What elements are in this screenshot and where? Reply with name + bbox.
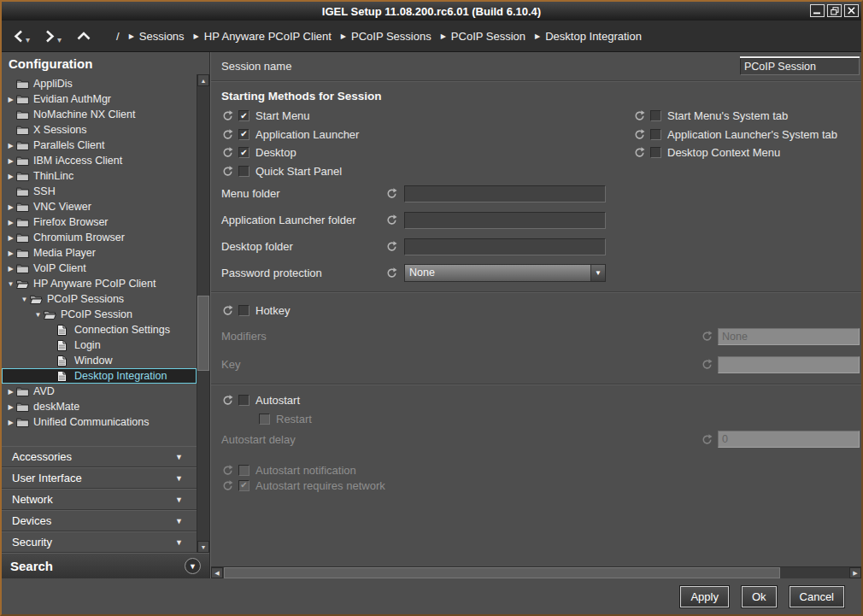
quick-start-panel-checkbox[interactable] (238, 166, 250, 177)
scroll-up-button[interactable]: ▲ (197, 74, 209, 86)
close-button[interactable] (844, 4, 859, 17)
tree-expand-arrow-icon[interactable]: ▶ (5, 96, 16, 103)
reset-parameter-icon[interactable] (385, 241, 397, 253)
sidebar-section-security[interactable]: Security▼ (2, 531, 197, 553)
tree-item-nomachine-nx-client[interactable]: NoMachine NX Client (2, 107, 197, 122)
sidebar-section-network[interactable]: Network▼ (2, 489, 197, 510)
tree-item-pcoip-session[interactable]: ▼PCoIP Session (2, 307, 197, 322)
reset-parameter-icon[interactable] (221, 304, 233, 316)
tree-expand-arrow-icon[interactable]: ▶ (5, 142, 16, 150)
tree-item-login[interactable]: Login (2, 337, 197, 353)
up-button[interactable] (77, 32, 91, 40)
cancel-button[interactable]: Cancel (790, 586, 844, 607)
reset-parameter-icon[interactable] (221, 394, 233, 406)
hotkey-checkbox[interactable] (238, 305, 250, 316)
start-menu-s-system-tab-checkbox[interactable] (650, 110, 661, 121)
tree-expand-arrow-icon[interactable]: ▶ (5, 388, 16, 396)
breadcrumb-item-desktop-integration[interactable]: Desktop Integration (545, 30, 642, 43)
horizontal-scrollbar[interactable]: ◀ ▶ (211, 566, 861, 578)
application-launcher-s-system-tab-checkbox[interactable] (650, 129, 661, 140)
tree-item-window[interactable]: Window (2, 353, 197, 368)
tree-expand-arrow-icon[interactable]: ▶ (5, 203, 16, 211)
sidebar-section-user-interface[interactable]: User Interface▼ (2, 467, 197, 489)
reset-parameter-icon[interactable] (221, 147, 233, 159)
tree-expand-arrow-icon[interactable]: ▶ (5, 419, 16, 426)
tree-item-chromium-browser[interactable]: ▶Chromium Browser (2, 230, 197, 245)
reset-parameter-icon[interactable] (633, 128, 645, 140)
tree-expand-arrow-icon[interactable]: ▶ (5, 249, 16, 257)
sidebar-scrollbar[interactable]: ▲ ▼ (197, 74, 209, 553)
forward-button[interactable] (45, 30, 55, 43)
tree-expand-arrow-icon[interactable]: ▶ (5, 157, 16, 165)
tree-item-voip-client[interactable]: ▶VoIP Client (2, 261, 197, 276)
tree-item-firefox-browser[interactable]: ▶Firefox Browser (2, 214, 197, 230)
tree-item-pcoip-sessions[interactable]: ▼PCoIP Sessions (2, 291, 197, 307)
start-menu-checkbox[interactable]: ✔ (238, 110, 250, 121)
tree-item-ssh[interactable]: SSH (2, 184, 197, 199)
maximize-button[interactable] (827, 4, 842, 17)
desktop-folder-input[interactable] (404, 238, 606, 255)
menu-folder-input[interactable] (404, 185, 606, 202)
reset-parameter-icon[interactable] (221, 479, 233, 491)
reset-parameter-icon[interactable] (633, 147, 645, 159)
tree-item-ibm-iaccess-client[interactable]: ▶IBM iAccess Client (2, 153, 197, 168)
modifiers-input[interactable] (718, 328, 860, 345)
scroll-left-button[interactable]: ◀ (211, 567, 223, 578)
tree-item-vnc-viewer[interactable]: ▶VNC Viewer (2, 199, 197, 214)
scrollbar-track[interactable] (223, 567, 849, 578)
breadcrumb-item-sessions[interactable]: Sessions (139, 30, 185, 43)
desktop-checkbox[interactable]: ✔ (238, 147, 250, 158)
tree-collapse-arrow-icon[interactable]: ▼ (19, 296, 30, 303)
reset-parameter-icon[interactable] (701, 433, 713, 445)
scrollbar-track[interactable] (197, 86, 209, 541)
sidebar-section-devices[interactable]: Devices▼ (2, 510, 197, 531)
tree-item-x-sessions[interactable]: X Sessions (2, 122, 197, 138)
tree-item-unified-communications[interactable]: ▶Unified Communications (2, 414, 197, 430)
tree-item-connection-settings[interactable]: Connection Settings (2, 322, 197, 337)
tree-collapse-arrow-icon[interactable]: ▼ (32, 311, 44, 319)
breadcrumb-item-pcoip-sessions[interactable]: PCoIP Sessions (351, 30, 432, 43)
tree-item-deskmate[interactable]: ▶deskMate (2, 399, 197, 414)
apply-button[interactable]: Apply (680, 586, 729, 607)
scrollbar-thumb[interactable] (197, 296, 209, 371)
forward-history-dropdown-icon[interactable]: ▾ (57, 35, 62, 44)
application-launcher-checkbox[interactable]: ✔ (238, 129, 250, 140)
tree-expand-arrow-icon[interactable]: ▶ (5, 403, 16, 411)
tree-item-parallels-client[interactable]: ▶Parallels Client (2, 138, 197, 153)
reset-parameter-icon[interactable] (385, 267, 397, 279)
scrollbar-thumb[interactable] (224, 567, 780, 578)
tree-item-media-player[interactable]: ▶Media Player (2, 245, 197, 261)
breadcrumb-item-pcoip-session[interactable]: PCoIP Session (451, 30, 525, 43)
restart-checkbox[interactable] (259, 414, 270, 425)
tree-item-avd[interactable]: ▶AVD (2, 384, 197, 399)
sidebar-section-accessories[interactable]: Accessories▼ (2, 446, 197, 467)
tree-item-evidian-authmgr[interactable]: ▶Evidian AuthMgr (2, 91, 197, 107)
password-protection-dropdown[interactable]: None ▼ (404, 264, 606, 282)
reset-parameter-icon[interactable] (701, 359, 713, 371)
reset-parameter-icon[interactable] (221, 110, 233, 122)
tree-expand-arrow-icon[interactable]: ▶ (5, 265, 16, 273)
scroll-right-button[interactable]: ▶ (849, 567, 861, 578)
back-button[interactable] (14, 30, 23, 43)
tree-item-desktop-integration[interactable]: Desktop Integration (2, 368, 197, 384)
autostart-checkbox[interactable] (238, 395, 250, 406)
reset-parameter-icon[interactable] (385, 188, 397, 200)
ok-button[interactable]: Ok (742, 586, 777, 607)
scroll-down-button[interactable]: ▼ (197, 541, 209, 553)
tree-expand-arrow-icon[interactable]: ▶ (5, 219, 16, 226)
autostart-requires-network-checkbox[interactable]: ✔ (238, 480, 250, 491)
reset-parameter-icon[interactable] (221, 165, 233, 177)
tree-expand-arrow-icon[interactable]: ▶ (5, 173, 16, 180)
application-launcher-folder-input[interactable] (404, 212, 606, 229)
tree-item-applidis[interactable]: AppliDis (2, 76, 197, 91)
tree-collapse-arrow-icon[interactable]: ▼ (5, 280, 16, 288)
breadcrumb-item-hp-anyware-pcoip-client[interactable]: HP Anyware PCoIP Client (204, 30, 332, 43)
minimize-button[interactable] (810, 4, 825, 17)
autostart-delay-input[interactable] (718, 431, 860, 448)
reset-parameter-icon[interactable] (701, 331, 713, 343)
tree-item-hp-anyware-pcoip-client[interactable]: ▼HP Anyware PCoIP Client (2, 276, 197, 291)
reset-parameter-icon[interactable] (221, 128, 233, 140)
reset-parameter-icon[interactable] (385, 214, 397, 226)
search-expand-button[interactable]: ▼ (185, 558, 201, 574)
reset-parameter-icon[interactable] (221, 464, 233, 476)
